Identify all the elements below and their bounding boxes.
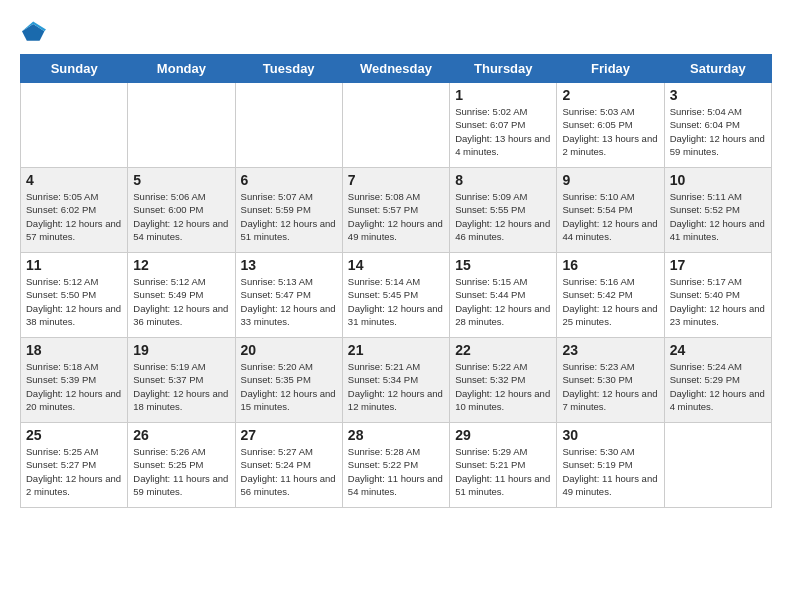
day-number: 8 [455,172,551,188]
calendar-day-cell: 21Sunrise: 5:21 AMSunset: 5:34 PMDayligh… [342,338,449,423]
day-info: Sunrise: 5:14 AMSunset: 5:45 PMDaylight:… [348,275,444,328]
day-info: Sunrise: 5:07 AMSunset: 5:59 PMDaylight:… [241,190,337,243]
day-number: 21 [348,342,444,358]
day-of-week-header: Tuesday [235,55,342,83]
day-info: Sunrise: 5:20 AMSunset: 5:35 PMDaylight:… [241,360,337,413]
calendar-day-cell: 12Sunrise: 5:12 AMSunset: 5:49 PMDayligh… [128,253,235,338]
day-number: 24 [670,342,766,358]
day-number: 29 [455,427,551,443]
calendar-header-row: SundayMondayTuesdayWednesdayThursdayFrid… [21,55,772,83]
day-number: 2 [562,87,658,103]
calendar-day-cell: 14Sunrise: 5:14 AMSunset: 5:45 PMDayligh… [342,253,449,338]
calendar-day-cell [342,83,449,168]
day-number: 30 [562,427,658,443]
day-info: Sunrise: 5:17 AMSunset: 5:40 PMDaylight:… [670,275,766,328]
day-info: Sunrise: 5:24 AMSunset: 5:29 PMDaylight:… [670,360,766,413]
calendar-day-cell: 2Sunrise: 5:03 AMSunset: 6:05 PMDaylight… [557,83,664,168]
day-info: Sunrise: 5:27 AMSunset: 5:24 PMDaylight:… [241,445,337,498]
calendar-day-cell: 3Sunrise: 5:04 AMSunset: 6:04 PMDaylight… [664,83,771,168]
calendar-day-cell: 5Sunrise: 5:06 AMSunset: 6:00 PMDaylight… [128,168,235,253]
day-number: 27 [241,427,337,443]
calendar-day-cell: 29Sunrise: 5:29 AMSunset: 5:21 PMDayligh… [450,423,557,508]
day-info: Sunrise: 5:03 AMSunset: 6:05 PMDaylight:… [562,105,658,158]
header [20,20,772,44]
day-info: Sunrise: 5:12 AMSunset: 5:49 PMDaylight:… [133,275,229,328]
calendar-week-row: 18Sunrise: 5:18 AMSunset: 5:39 PMDayligh… [21,338,772,423]
day-info: Sunrise: 5:04 AMSunset: 6:04 PMDaylight:… [670,105,766,158]
calendar-day-cell: 23Sunrise: 5:23 AMSunset: 5:30 PMDayligh… [557,338,664,423]
calendar-day-cell: 17Sunrise: 5:17 AMSunset: 5:40 PMDayligh… [664,253,771,338]
day-info: Sunrise: 5:11 AMSunset: 5:52 PMDaylight:… [670,190,766,243]
day-info: Sunrise: 5:06 AMSunset: 6:00 PMDaylight:… [133,190,229,243]
calendar-week-row: 1Sunrise: 5:02 AMSunset: 6:07 PMDaylight… [21,83,772,168]
calendar-week-row: 11Sunrise: 5:12 AMSunset: 5:50 PMDayligh… [21,253,772,338]
calendar-day-cell: 27Sunrise: 5:27 AMSunset: 5:24 PMDayligh… [235,423,342,508]
day-number: 10 [670,172,766,188]
calendar-day-cell: 4Sunrise: 5:05 AMSunset: 6:02 PMDaylight… [21,168,128,253]
day-number: 18 [26,342,122,358]
day-info: Sunrise: 5:19 AMSunset: 5:37 PMDaylight:… [133,360,229,413]
calendar-day-cell [235,83,342,168]
day-number: 22 [455,342,551,358]
calendar-day-cell: 26Sunrise: 5:26 AMSunset: 5:25 PMDayligh… [128,423,235,508]
day-info: Sunrise: 5:25 AMSunset: 5:27 PMDaylight:… [26,445,122,498]
day-number: 12 [133,257,229,273]
calendar-day-cell: 25Sunrise: 5:25 AMSunset: 5:27 PMDayligh… [21,423,128,508]
day-number: 23 [562,342,658,358]
calendar-day-cell: 7Sunrise: 5:08 AMSunset: 5:57 PMDaylight… [342,168,449,253]
day-number: 19 [133,342,229,358]
calendar-day-cell [21,83,128,168]
calendar-day-cell: 20Sunrise: 5:20 AMSunset: 5:35 PMDayligh… [235,338,342,423]
day-info: Sunrise: 5:28 AMSunset: 5:22 PMDaylight:… [348,445,444,498]
day-number: 11 [26,257,122,273]
calendar-day-cell: 30Sunrise: 5:30 AMSunset: 5:19 PMDayligh… [557,423,664,508]
day-of-week-header: Sunday [21,55,128,83]
day-number: 3 [670,87,766,103]
calendar-day-cell: 11Sunrise: 5:12 AMSunset: 5:50 PMDayligh… [21,253,128,338]
day-number: 9 [562,172,658,188]
calendar-day-cell: 16Sunrise: 5:16 AMSunset: 5:42 PMDayligh… [557,253,664,338]
day-info: Sunrise: 5:22 AMSunset: 5:32 PMDaylight:… [455,360,551,413]
day-number: 5 [133,172,229,188]
day-number: 16 [562,257,658,273]
calendar-day-cell: 19Sunrise: 5:19 AMSunset: 5:37 PMDayligh… [128,338,235,423]
day-number: 28 [348,427,444,443]
day-info: Sunrise: 5:18 AMSunset: 5:39 PMDaylight:… [26,360,122,413]
day-info: Sunrise: 5:21 AMSunset: 5:34 PMDaylight:… [348,360,444,413]
calendar-day-cell: 24Sunrise: 5:24 AMSunset: 5:29 PMDayligh… [664,338,771,423]
day-number: 13 [241,257,337,273]
day-number: 17 [670,257,766,273]
calendar-day-cell: 10Sunrise: 5:11 AMSunset: 5:52 PMDayligh… [664,168,771,253]
day-info: Sunrise: 5:30 AMSunset: 5:19 PMDaylight:… [562,445,658,498]
day-number: 15 [455,257,551,273]
day-number: 26 [133,427,229,443]
day-info: Sunrise: 5:13 AMSunset: 5:47 PMDaylight:… [241,275,337,328]
day-info: Sunrise: 5:15 AMSunset: 5:44 PMDaylight:… [455,275,551,328]
calendar-day-cell [128,83,235,168]
calendar-day-cell: 6Sunrise: 5:07 AMSunset: 5:59 PMDaylight… [235,168,342,253]
day-of-week-header: Thursday [450,55,557,83]
day-info: Sunrise: 5:16 AMSunset: 5:42 PMDaylight:… [562,275,658,328]
day-info: Sunrise: 5:02 AMSunset: 6:07 PMDaylight:… [455,105,551,158]
day-info: Sunrise: 5:26 AMSunset: 5:25 PMDaylight:… [133,445,229,498]
day-number: 6 [241,172,337,188]
calendar-week-row: 25Sunrise: 5:25 AMSunset: 5:27 PMDayligh… [21,423,772,508]
day-number: 4 [26,172,122,188]
calendar-day-cell [664,423,771,508]
day-number: 20 [241,342,337,358]
logo [20,20,46,44]
calendar-day-cell: 28Sunrise: 5:28 AMSunset: 5:22 PMDayligh… [342,423,449,508]
day-info: Sunrise: 5:09 AMSunset: 5:55 PMDaylight:… [455,190,551,243]
calendar-week-row: 4Sunrise: 5:05 AMSunset: 6:02 PMDaylight… [21,168,772,253]
day-info: Sunrise: 5:08 AMSunset: 5:57 PMDaylight:… [348,190,444,243]
day-number: 14 [348,257,444,273]
calendar-day-cell: 18Sunrise: 5:18 AMSunset: 5:39 PMDayligh… [21,338,128,423]
day-number: 7 [348,172,444,188]
day-of-week-header: Wednesday [342,55,449,83]
day-info: Sunrise: 5:29 AMSunset: 5:21 PMDaylight:… [455,445,551,498]
calendar-day-cell: 8Sunrise: 5:09 AMSunset: 5:55 PMDaylight… [450,168,557,253]
logo-icon [22,20,46,44]
calendar: SundayMondayTuesdayWednesdayThursdayFrid… [20,54,772,508]
day-of-week-header: Monday [128,55,235,83]
day-number: 1 [455,87,551,103]
